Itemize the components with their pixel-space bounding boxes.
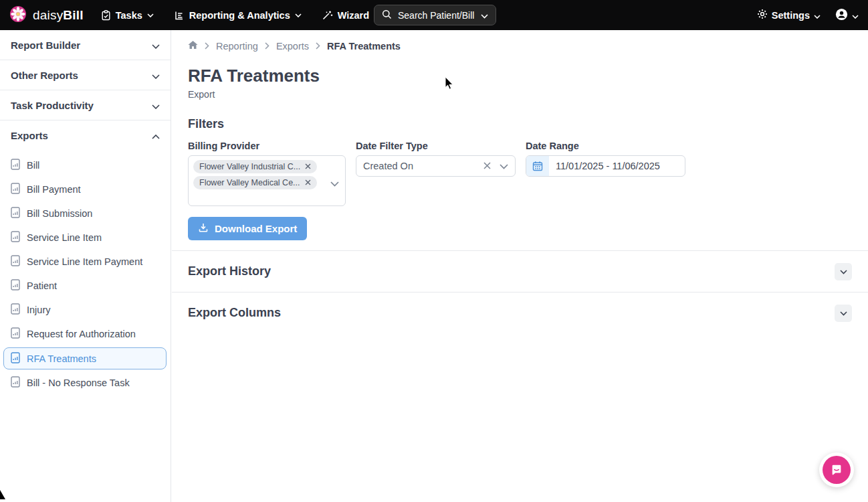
chevron-right-icon	[316, 41, 320, 52]
billing-provider-chip: Flower Valley Medical Ce...	[193, 176, 317, 189]
magic-wand-icon	[322, 10, 333, 21]
top-navigation: daisyBill Tasks Reporting & Analytics	[0, 0, 868, 30]
chevron-up-icon	[152, 130, 160, 141]
chevron-down-icon[interactable]	[330, 177, 339, 189]
search-label: Search Patient/Bill	[398, 10, 474, 21]
sidebar-item-bill-submission[interactable]: Bill Submission	[0, 201, 171, 226]
sidebar-item-bill[interactable]: Bill	[0, 153, 171, 177]
home-icon[interactable]	[188, 40, 198, 52]
document-icon	[11, 376, 20, 390]
sidebar-item-patient[interactable]: Patient	[0, 274, 171, 298]
chat-bubble-icon	[823, 456, 851, 484]
document-icon	[11, 279, 20, 292]
search-patient-bill-button[interactable]: Search Patient/Bill	[374, 5, 496, 25]
sidebar-section-task-productivity[interactable]: Task Productivity	[0, 90, 171, 120]
brand-logo[interactable]: daisyBill	[9, 5, 84, 25]
chevron-down-icon	[147, 13, 154, 17]
date-range-input[interactable]: 11/01/2025 - 11/06/2025	[526, 155, 685, 177]
filters-heading: Filters	[188, 117, 852, 131]
sidebar-item-label: Service Line Item Payment	[27, 256, 142, 267]
sidebar-item-service-line-item-payment[interactable]: Service Line Item Payment	[0, 250, 171, 274]
main-content: Reporting Exports RFA Treatments RFA Tre…	[172, 30, 868, 502]
export-history-expand-button[interactable]	[835, 263, 852, 280]
date-range-filter: Date Range 11/01/2025 - 11/06/2025	[526, 141, 685, 206]
chevron-down-icon	[295, 13, 302, 17]
date-range-value: 11/01/2025 - 11/06/2025	[549, 161, 660, 171]
sidebar-item-label: Bill Payment	[27, 184, 81, 195]
export-columns-title: Export Columns	[188, 306, 281, 320]
chevron-down-icon	[852, 10, 859, 21]
nav-menu-reporting-analytics[interactable]: Reporting & Analytics	[174, 10, 302, 21]
download-export-button[interactable]: Download Export	[188, 217, 307, 240]
sidebar-item-label: RFA Treatments	[27, 353, 96, 364]
document-icon	[11, 207, 20, 220]
billing-provider-chip: Flower Valley Industrial C...	[193, 160, 317, 173]
sidebar-item-label: Request for Authorization	[27, 329, 136, 339]
date-filter-type-label: Date Filter Type	[356, 141, 516, 151]
page-subtitle: Export	[188, 89, 852, 100]
billing-provider-filter: Billing Provider Flower Valley Industria…	[188, 141, 346, 206]
sidebar-item-injury[interactable]: Injury	[0, 298, 171, 322]
sidebar-item-label: Bill Submission	[27, 208, 92, 219]
gear-icon	[757, 9, 768, 21]
document-icon	[11, 183, 20, 196]
remove-chip-icon[interactable]	[305, 179, 311, 187]
chevron-down-icon	[481, 10, 488, 21]
filters-row: Billing Provider Flower Valley Industria…	[188, 141, 852, 206]
chevron-right-icon	[265, 41, 269, 52]
export-columns-expand-button[interactable]	[835, 305, 852, 322]
billing-provider-multiselect[interactable]: Flower Valley Industrial C... Flower Val…	[188, 155, 346, 206]
nav-menu-wizard[interactable]: Wizard	[322, 10, 381, 21]
chat-launcher-button[interactable]	[819, 452, 854, 487]
sidebar-section-report-builder[interactable]: Report Builder	[0, 30, 171, 60]
nav-menu-label: Wizard	[338, 10, 369, 21]
sidebar-section-exports[interactable]: Exports	[0, 120, 171, 151]
document-icon	[11, 159, 20, 172]
date-filter-type-select[interactable]: Created On	[356, 155, 516, 177]
remove-chip-icon[interactable]	[305, 163, 311, 171]
sidebar-item-rfa-treatments[interactable]: RFA Treatments	[3, 347, 167, 369]
billing-provider-label: Billing Provider	[188, 141, 346, 151]
sidebar-item-label: Service Line Item	[27, 232, 102, 243]
settings-menu[interactable]: Settings	[757, 9, 821, 21]
nav-menu-label: Reporting & Analytics	[189, 10, 290, 21]
document-icon	[11, 231, 20, 244]
account-menu[interactable]	[835, 8, 859, 23]
chevron-down-icon	[152, 39, 160, 51]
user-avatar-icon	[835, 8, 848, 23]
export-columns-section: Export Columns	[188, 292, 852, 333]
chevron-down-icon	[840, 266, 847, 276]
document-icon	[11, 352, 20, 365]
exports-list: Bill Bill Payment Bill Submission Servic…	[0, 151, 171, 395]
chevron-right-icon	[205, 41, 209, 52]
daisybill-flower-icon	[9, 5, 27, 25]
export-history-section: Export History	[188, 251, 852, 292]
sidebar-item-label: Bill - No Response Task	[27, 378, 130, 388]
sidebar-item-bill-payment[interactable]: Bill Payment	[0, 177, 171, 201]
section-label: Other Reports	[11, 70, 78, 81]
export-history-title: Export History	[188, 264, 271, 278]
bar-chart-icon	[174, 10, 185, 21]
sidebar-item-bill-no-response-task[interactable]: Bill - No Response Task	[0, 371, 171, 395]
page-title: RFA Treatments	[188, 66, 852, 86]
chevron-down-icon	[152, 70, 160, 81]
document-icon	[11, 255, 20, 268]
section-label: Exports	[11, 130, 48, 141]
clear-icon[interactable]	[483, 161, 491, 171]
chevron-down-icon[interactable]	[500, 161, 508, 171]
chevron-down-icon	[814, 10, 821, 21]
breadcrumb-reporting[interactable]: Reporting	[216, 41, 258, 52]
sidebar-item-label: Bill	[27, 160, 39, 171]
sidebar-item-service-line-item[interactable]: Service Line Item	[0, 226, 171, 250]
sidebar-item-request-for-authorization[interactable]: Request for Authorization	[0, 322, 171, 346]
chevron-down-icon	[840, 308, 847, 318]
chip-label: Flower Valley Medical Ce...	[199, 178, 300, 187]
document-icon	[11, 303, 20, 317]
sidebar: Report Builder Other Reports Task Produc…	[0, 30, 171, 502]
breadcrumb-exports[interactable]: Exports	[276, 41, 309, 52]
sidebar-section-other-reports[interactable]: Other Reports	[0, 60, 171, 90]
download-export-label: Download Export	[215, 223, 297, 234]
nav-menu-tasks[interactable]: Tasks	[101, 10, 154, 21]
clipboard-icon	[101, 10, 111, 21]
breadcrumb: Reporting Exports RFA Treatments	[188, 40, 852, 52]
